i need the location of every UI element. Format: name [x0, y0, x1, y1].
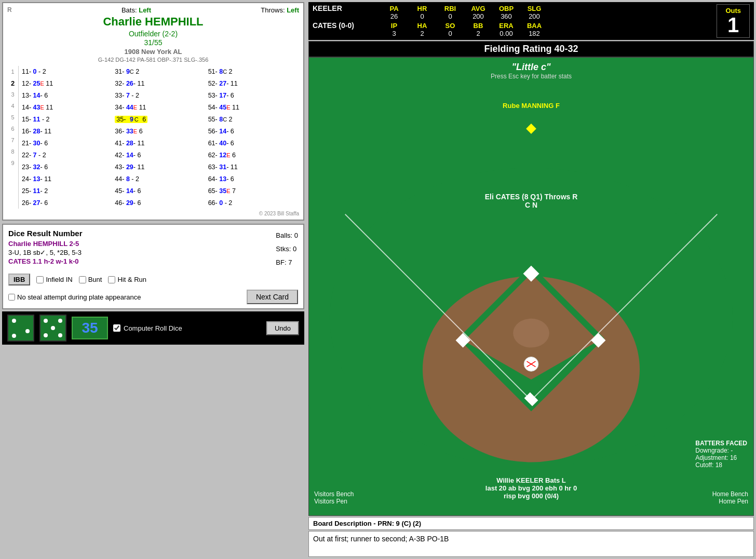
- row-label-1: 1: [7, 66, 18, 77]
- dice-player-line: Charlie HEMPHILL 2-5: [8, 240, 83, 248]
- row-label-7: 7: [7, 134, 18, 146]
- row-label-3: 3: [7, 89, 18, 100]
- row-label-6: 6: [7, 123, 18, 134]
- row-label-4: 4: [7, 100, 18, 112]
- player-stats: G-142 DG-142 PA-581 OBP-.371 SLG-.356: [7, 57, 299, 63]
- cell-43: 43- 29- 11: [115, 161, 206, 173]
- bunt-input[interactable]: [79, 276, 86, 283]
- cell-42: 42- 14- 6: [115, 149, 206, 161]
- batters-faced-title: BATTERS FACED: [695, 440, 747, 447]
- cell-31: 31- 9C 2: [115, 66, 206, 77]
- batter-full: Willie KEELER Bats L: [485, 476, 577, 484]
- pitcher-header-ha: HA: [408, 22, 436, 30]
- dice-display-bar: 35 Computer Roll Dice Undo: [2, 311, 304, 345]
- cell-53: 53- 17- 6: [208, 90, 299, 101]
- scoreboard-container: KEELER PA HR RBI AVG OBP SLG 26 0 0 200: [308, 2, 754, 40]
- row-label-8: 8: [7, 146, 18, 157]
- pitcher-header-era: ERA: [492, 22, 520, 30]
- batter-val-avg: 200: [464, 12, 492, 20]
- cell-56: 56- 14- 6: [208, 126, 299, 137]
- pitcher-header-baa: BAA: [520, 22, 548, 30]
- row-label-5: 5: [7, 112, 18, 123]
- cell-11: 11- 0 - 2: [22, 66, 113, 77]
- pitcher-label: Eli CATES (8 Q1) Throws R C N: [485, 193, 578, 209]
- cell-44: 44- 8 - 2: [115, 173, 206, 185]
- cell-34: 34- 44E 11: [115, 102, 206, 113]
- cell-54: 54- 45E 11: [208, 102, 299, 113]
- batter-values-grid: 26 0 0 200 360 200: [380, 12, 548, 20]
- pitcher-header-ip: IP: [380, 22, 408, 30]
- cell-25: 25- 11- 2: [22, 185, 113, 197]
- cell-32: 32- 26- 11: [115, 78, 206, 89]
- player-rating: 31/55: [7, 38, 299, 47]
- pitcher-val-baa: 182: [520, 30, 548, 37]
- pitcher-val-so: 0: [436, 30, 464, 37]
- cell-65: 65- 35E 7: [208, 185, 299, 197]
- batter-val-obp: 360: [492, 12, 520, 20]
- cell-55: 55- 8C 2: [208, 114, 299, 125]
- pitcher-val-bb: 2: [464, 30, 492, 37]
- cell-22: 22- 7 - 2: [22, 149, 113, 161]
- dice-pitcher-line: CATES 1.1 h-2 w-1 k-0: [8, 257, 83, 265]
- hit-run-input[interactable]: [108, 276, 115, 283]
- cell-21: 21- 30- 6: [22, 138, 113, 149]
- cell-64: 64- 13- 6: [208, 173, 299, 185]
- left-panel: R Bats: Left Throws: Left Charlie HEMPHI…: [0, 0, 306, 559]
- svg-point-4: [513, 319, 549, 348]
- pitcher-full: Eli CATES (8 Q1) Throws R: [485, 193, 578, 201]
- board-description-text: Board Description - PRN: 9 (C) (2): [313, 520, 421, 527]
- batter-val-slg: 200: [520, 12, 548, 20]
- batter-val-pa: 26: [380, 12, 408, 20]
- undo-button[interactable]: Undo: [266, 321, 299, 335]
- cell-33: 33- 7 - 2: [115, 90, 206, 101]
- board-result: Out at first; runner to second; A-3B PO-…: [308, 531, 754, 557]
- cell-66: 66- 0 - 2: [208, 197, 299, 209]
- pitcher-values-row: 3 2 0 2 0.00 182: [313, 30, 712, 37]
- no-steal-checkbox[interactable]: No steal attempt during plate appearance: [8, 293, 141, 301]
- computer-roll-label: Computer Roll Dice: [113, 324, 182, 332]
- copyright: © 2023 Bill Staffa: [7, 211, 299, 216]
- ibb-button[interactable]: IBB: [8, 274, 30, 285]
- dice-result-line: 3-U, 1B sb✓, 5, *2B, 5-3: [8, 249, 83, 256]
- pitcher-val-era: 0.00: [492, 30, 520, 37]
- field-container: "Little c" Press Esc key for batter stat…: [308, 57, 754, 516]
- computer-roll-checkbox[interactable]: [113, 324, 120, 332]
- batter-header-slg: SLG: [520, 5, 548, 12]
- cell-14: 14- 43E 11: [22, 102, 113, 113]
- batter-headers: PA HR RBI AVG OBP SLG: [380, 5, 548, 12]
- pitcher-header-so: SO: [436, 22, 464, 30]
- cell-16: 16- 28- 11: [22, 126, 113, 137]
- cell-36: 36- 33E 6: [115, 126, 206, 137]
- baseball-field-svg: [309, 89, 753, 515]
- infield-in-checkbox[interactable]: Infield IN: [36, 276, 72, 283]
- outs-value: 1: [727, 15, 739, 35]
- batter-name: KEELER: [313, 4, 380, 12]
- card-table-wrapper: 1 2 3 4 5 6 7 8 9 11- 0 - 2 31- 9C 2 51-…: [7, 66, 299, 209]
- field-rating-bar: Fielding Rating 40-32: [308, 41, 754, 57]
- pitcher-values-grid: 3 2 0 2 0.00 182: [380, 30, 548, 37]
- dice-result-title: Dice Result Number: [8, 229, 83, 238]
- cell-41: 41- 28- 11: [115, 138, 206, 149]
- field-rating-title: Fielding Rating 40-32: [484, 44, 578, 54]
- dice-number-display: 35: [72, 317, 108, 339]
- card-data-grid: 11- 0 - 2 31- 9C 2 51- 8C 2 12- 25E 11 3…: [22, 66, 299, 209]
- player-card: R Bats: Left Throws: Left Charlie HEMPHI…: [2, 2, 304, 221]
- bunt-checkbox[interactable]: Bunt: [79, 276, 102, 283]
- cell-61: 61- 40- 6: [208, 138, 299, 149]
- cell-63: 63- 31- 11: [208, 161, 299, 173]
- next-card-button[interactable]: Next Card: [247, 290, 298, 304]
- pitcher-val-ip: 3: [380, 30, 408, 37]
- cell-46: 46- 29- 6: [115, 197, 206, 209]
- cell-26: 26- 27- 6: [22, 197, 113, 209]
- batter-header-avg: AVG: [464, 5, 492, 12]
- die-face-1: [7, 315, 34, 342]
- cutoff-label: Cutoff: 18: [695, 461, 747, 469]
- right-panel: KEELER PA HR RBI AVG OBP SLG 26 0 0 200: [306, 0, 756, 559]
- dice-stats: Balls: 0 Stks: 0 BF: 7: [276, 229, 298, 269]
- no-steal-input[interactable]: [8, 294, 15, 301]
- cell-51: 51- 8C 2: [208, 66, 299, 77]
- infield-in-input[interactable]: [36, 276, 44, 283]
- hit-run-checkbox[interactable]: Hit & Run: [108, 276, 146, 283]
- pitcher-header-bb: BB: [464, 22, 492, 30]
- cell-35: 35- 9C 6: [115, 114, 206, 125]
